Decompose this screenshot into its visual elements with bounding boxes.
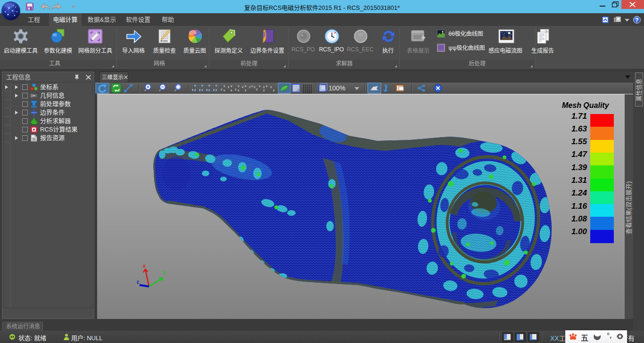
svg-text:x: x	[206, 88, 208, 91]
svg-text:x: x	[263, 85, 265, 89]
svg-text:z: z	[228, 85, 230, 89]
svg-text:v: v	[223, 89, 225, 92]
svg-text:x: x	[192, 88, 194, 91]
svg-text:z: z	[208, 88, 210, 91]
svg-text:z: z	[245, 89, 247, 92]
svg-text:v: v	[215, 84, 217, 87]
svg-text:v: v	[201, 84, 203, 87]
svg-text:v: v	[251, 84, 253, 88]
svg-text:x: x	[245, 84, 247, 88]
svg-text:v: v	[238, 84, 239, 88]
svg-text:z: z	[199, 88, 201, 91]
svg-text:z: z	[256, 88, 258, 91]
svg-text:x: x	[201, 88, 203, 91]
svg-text:x: x	[254, 85, 256, 89]
svg-text:z: z	[273, 89, 275, 92]
svg-text:v: v	[242, 85, 244, 89]
svg-text:z: z	[221, 88, 223, 91]
svg-text:z: z	[235, 88, 237, 91]
svg-text:x: x	[223, 84, 225, 88]
svg-text:v: v	[208, 84, 210, 87]
svg-text:z: z	[194, 88, 196, 91]
svg-text:z: z	[263, 89, 265, 92]
svg-text:x: x	[238, 89, 239, 92]
svg-text:x: x	[215, 88, 217, 91]
svg-text:x: x	[231, 89, 232, 92]
svg-text:v: v	[259, 84, 261, 88]
svg-text:v: v	[194, 84, 196, 87]
svg-text:v: v	[270, 85, 272, 89]
svg-text:z: z	[249, 85, 251, 89]
svg-text:z: z	[213, 88, 215, 91]
svg-text:100%: 100%	[329, 84, 346, 92]
svg-text:v: v	[231, 84, 232, 88]
svg-text:v: v	[266, 84, 268, 88]
